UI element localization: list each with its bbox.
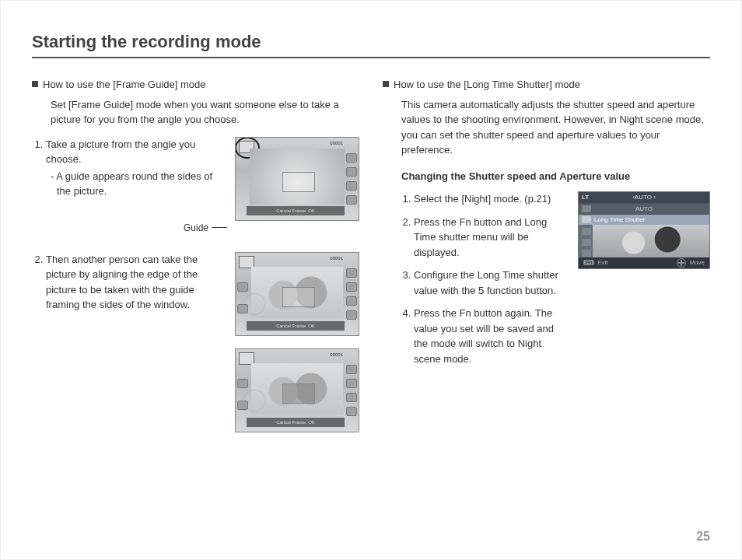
lcd-icon bbox=[346, 181, 357, 191]
step2-text-block: Then another person can take the picture… bbox=[32, 252, 227, 320]
left-column: How to use the [Frame Guide] mode Set [F… bbox=[32, 77, 359, 432]
lcd-icon bbox=[346, 268, 357, 278]
r-step-3: Configure the Long Time shutter value wi… bbox=[414, 268, 567, 298]
long-time-shutter-intro: This camera automatically adjusts the sh… bbox=[401, 97, 710, 158]
menu-side-icon bbox=[582, 239, 591, 246]
page-number: 25 bbox=[696, 530, 710, 544]
lcd-icon bbox=[346, 167, 357, 177]
menu-preview-photo bbox=[579, 225, 709, 257]
step-1: Take a picture from the angle you choose… bbox=[46, 137, 227, 199]
menu-row-auto: AUTO bbox=[579, 203, 709, 214]
auto-header: AUTO bbox=[632, 193, 656, 202]
night-menu-screenshot: LT AUTO AUTO Long Time Shutter bbox=[578, 191, 710, 269]
lcd-icon bbox=[237, 379, 248, 388]
af-frame-icon bbox=[282, 287, 315, 307]
af-frame-icon bbox=[282, 172, 315, 192]
menu-row-text: Long Time Shutter bbox=[594, 215, 645, 225]
af-frame-icon bbox=[282, 383, 315, 404]
lcd-right-icons bbox=[346, 268, 357, 320]
lcd-stack: 00001 C bbox=[235, 252, 359, 432]
square-bullet-icon bbox=[383, 81, 389, 87]
exit-label: Exit bbox=[597, 259, 607, 266]
guide-label: Guide bbox=[184, 221, 208, 235]
lcd-icon bbox=[237, 401, 248, 410]
guide-callout: Guide bbox=[32, 221, 227, 235]
right-steps-row: Select the [Night] mode. (p.21) Press th… bbox=[383, 191, 710, 374]
guide-leader-line-icon bbox=[212, 227, 227, 228]
fn-button-icon: Fn bbox=[583, 260, 594, 265]
right-column: How to use the [Long Time Shutter] mode … bbox=[383, 77, 710, 432]
menu-row-text: AUTO bbox=[635, 205, 653, 214]
menu-side-icon bbox=[582, 250, 591, 257]
lcd-right-icons bbox=[346, 365, 357, 416]
lcd-icon bbox=[237, 304, 248, 313]
lcd-icon bbox=[346, 407, 357, 416]
move-label: Move bbox=[689, 258, 705, 268]
lcd-left-icons bbox=[237, 276, 248, 320]
lcd-left-icons bbox=[237, 373, 248, 416]
night-menu-header: LT AUTO bbox=[579, 192, 709, 203]
step1-text-block: Take a picture from the angle you choose… bbox=[32, 137, 227, 235]
frame-counter: 00001 bbox=[330, 352, 343, 359]
lcd-right-icons bbox=[346, 153, 357, 205]
menu-row-icon bbox=[582, 205, 591, 212]
night-menu-footer: FnExit Move bbox=[579, 257, 709, 268]
two-column-layout: How to use the [Frame Guide] mode Set [F… bbox=[32, 77, 710, 432]
heading-text: How to use the [Frame Guide] mode bbox=[43, 79, 206, 90]
r-step-4: Press the Fn button again. The value you… bbox=[414, 306, 567, 366]
step2-block: Then another person can take the picture… bbox=[32, 252, 359, 432]
step1-block: Take a picture from the angle you choose… bbox=[32, 137, 359, 235]
menu-row-icon bbox=[582, 216, 591, 223]
steps-list-a: Take a picture from the angle you choose… bbox=[46, 137, 227, 199]
lcd-footer: Cancel Frame: OK bbox=[247, 418, 345, 427]
menu-side-icon bbox=[582, 228, 591, 235]
lcd-icon bbox=[346, 379, 357, 388]
lcd-footer: Cancel Frame: OK bbox=[247, 321, 345, 331]
frame-guide-intro: Set [Frame Guide] mode when you want som… bbox=[51, 97, 359, 128]
nav-pad-icon bbox=[677, 258, 686, 268]
frame-counter: 00001 bbox=[330, 140, 343, 147]
lcd-icon bbox=[237, 282, 248, 292]
r-step-1: Select the [Night] mode. (p.21) bbox=[414, 191, 567, 207]
lcd-icon bbox=[346, 153, 357, 163]
square-bullet-icon bbox=[32, 81, 38, 87]
long-time-shutter-heading: How to use the [Long Time Shutter] mode bbox=[383, 77, 710, 93]
footer-right: Move bbox=[677, 258, 705, 268]
lcd-icon bbox=[346, 365, 357, 374]
step1-note: - A guide appears round the sides of the… bbox=[57, 169, 227, 199]
lcd-icon bbox=[346, 282, 357, 292]
lcd-screenshot-1: 00001 Cancel Frame: OK bbox=[235, 137, 359, 221]
manual-page: Starting the recording mode How to use t… bbox=[0, 0, 742, 560]
lcd-screenshot-2: 00001 C bbox=[235, 252, 359, 336]
lt-badge: LT bbox=[582, 193, 589, 202]
page-title: Starting the recording mode bbox=[32, 32, 710, 58]
lcd-icon bbox=[346, 393, 357, 402]
changing-values-subheading: Changing the Shutter speed and Aperture … bbox=[401, 169, 710, 184]
menu-row-long-time-shutter: Long Time Shutter bbox=[579, 214, 709, 225]
right-steps-list: Select the [Night] mode. (p.21) Press th… bbox=[414, 191, 567, 374]
step1-text: Take a picture from the angle you choose… bbox=[46, 138, 195, 166]
lcd-icon bbox=[346, 296, 357, 306]
r-step-2: Press the Fn button and Long Time shutte… bbox=[414, 215, 567, 261]
lcd-footer: Cancel Frame: OK bbox=[247, 206, 345, 215]
steps-list-b: Then another person can take the picture… bbox=[46, 252, 227, 313]
lcd-icon bbox=[346, 195, 357, 205]
lcd-icon bbox=[346, 310, 357, 320]
lcd-screenshot-3: 00001 C bbox=[235, 348, 359, 432]
heading-text: How to use the [Long Time Shutter] mode bbox=[394, 79, 580, 90]
frame-counter: 00001 bbox=[330, 255, 343, 262]
frame-guide-heading: How to use the [Frame Guide] mode bbox=[32, 77, 359, 93]
step-2: Then another person can take the picture… bbox=[46, 252, 227, 313]
footer-left: FnExit bbox=[583, 258, 608, 268]
